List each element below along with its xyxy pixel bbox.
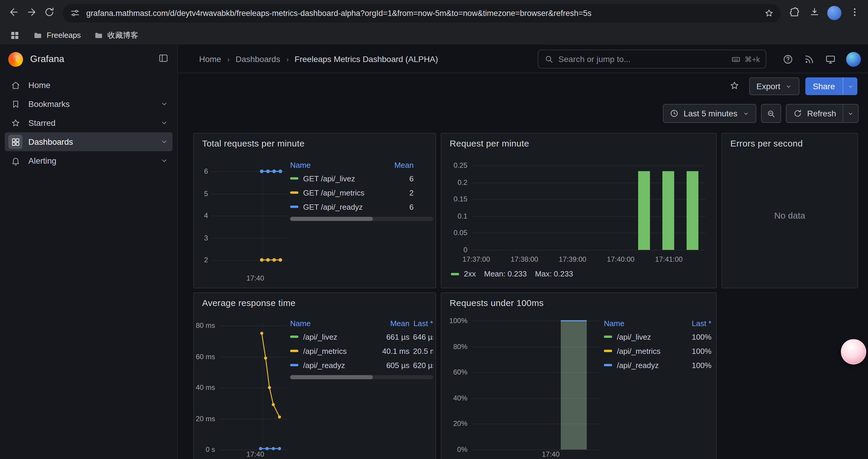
legend-row[interactable]: GET /api/_readyz6 — [290, 200, 414, 214]
series-swatch — [604, 364, 612, 366]
legend-column-header[interactable]: Last * — [413, 319, 433, 328]
apps-icon — [8, 135, 23, 149]
chevron-down-icon[interactable] — [159, 118, 169, 128]
series-point — [278, 447, 281, 450]
folder-icon — [33, 30, 42, 40]
url-text: grafana.mathmast.com/d/deytv4rwavabkb/fr… — [86, 8, 761, 18]
legend: 2xx Mean: 0.233 Max: 0.233 — [451, 269, 573, 278]
sidebar-item-dashboards[interactable]: Dashboards — [5, 132, 173, 151]
bookmark-folder-blogs[interactable]: 收藏博客 — [94, 30, 138, 40]
time-range-picker[interactable]: Last 5 minutes — [663, 104, 756, 123]
legend-column-header[interactable]: Name — [604, 319, 677, 328]
star-icon — [8, 116, 23, 130]
news-rss-icon[interactable] — [804, 54, 815, 65]
series-name: GET /api/_readyz — [303, 202, 363, 211]
brand-title: Grafana — [30, 54, 64, 64]
scrollbar-thumb[interactable] — [290, 217, 373, 221]
legend-value: 40.1 ms — [375, 347, 409, 355]
sidebar-item-alerting[interactable]: Alerting — [5, 151, 173, 170]
series-point — [260, 332, 263, 335]
home-icon — [8, 78, 23, 92]
dock-menu-button[interactable] — [156, 52, 170, 66]
bookmark-folder-freeleaps[interactable]: Freeleaps — [33, 30, 81, 40]
help-icon[interactable] — [782, 54, 794, 65]
chevron-down-icon — [784, 83, 792, 90]
zoom-out-icon — [766, 109, 776, 118]
legend-row[interactable]: /api/_metrics100% — [604, 344, 711, 358]
legend-row[interactable]: /api/_metrics40.1 ms20.5 ms — [290, 344, 433, 358]
bookmarks-bar: Freeleaps 收藏博客 — [0, 26, 868, 45]
reload-button[interactable] — [40, 4, 58, 22]
legend-column-header[interactable]: Name — [290, 319, 372, 328]
series-swatch — [604, 335, 612, 338]
series-point — [272, 447, 275, 450]
legend-value: 6 — [388, 202, 414, 211]
breadcrumb-item[interactable]: Home — [199, 54, 221, 64]
legend-row[interactable]: /api/_livez100% — [604, 330, 711, 344]
series-point — [272, 403, 275, 406]
no-data-message: No data — [722, 210, 857, 220]
refresh-button[interactable]: Refresh — [786, 104, 859, 123]
legend-column-header[interactable]: Last * — [681, 319, 711, 328]
series-point — [279, 258, 282, 262]
bookmark-star-icon[interactable] — [761, 5, 777, 21]
legend-scrollbar[interactable] — [290, 217, 433, 221]
breadcrumb-separator: › — [286, 55, 289, 64]
series-point — [279, 169, 282, 173]
search-input[interactable]: Search or jump to... ⌘+k — [538, 50, 766, 68]
sidebar-item-starred[interactable]: Starred — [5, 113, 173, 132]
forward-button[interactable] — [23, 4, 40, 22]
kebab-menu-icon — [849, 6, 860, 20]
share-button[interactable]: Share — [805, 77, 857, 95]
extensions-button[interactable] — [785, 4, 803, 22]
monitor-icon[interactable] — [825, 54, 836, 65]
favorite-star-button[interactable] — [725, 77, 743, 95]
reload-icon — [43, 6, 55, 20]
legend-mean: Mean: 0.233 — [484, 269, 527, 278]
screen: grafana.mathmast.com/d/deytv4rwavabkb/fr… — [0, 0, 868, 459]
sidebar-item-bookmarks[interactable]: Bookmarks — [5, 95, 173, 113]
site-info-icon[interactable] — [70, 8, 80, 18]
legend-row[interactable]: /api/_readyz100% — [604, 358, 711, 372]
browser-menu-button[interactable] — [845, 4, 863, 22]
legend-column-header[interactable]: Mean — [375, 319, 409, 328]
browser-actions — [785, 4, 863, 22]
scrollbar-thumb[interactable] — [290, 375, 373, 379]
user-avatar[interactable] — [846, 52, 861, 66]
sidebar: Grafana HomeBookmarksStarredDashboardsAl… — [0, 45, 178, 459]
downloads-button[interactable] — [805, 4, 823, 22]
refresh-interval-dropdown[interactable] — [843, 104, 858, 122]
legend-column-header[interactable]: Name — [290, 160, 384, 169]
back-button[interactable] — [5, 4, 23, 22]
dashboard-actions: Export Share — [725, 73, 857, 99]
series-point — [268, 386, 271, 389]
browser-profile-avatar[interactable] — [827, 6, 841, 20]
chevron-down-icon[interactable] — [159, 137, 169, 146]
legend-row[interactable]: /api/_livez661 µs646 µs — [290, 330, 433, 344]
legend-scrollbar[interactable] — [290, 375, 433, 379]
series-point — [272, 258, 276, 262]
share-dropdown[interactable] — [843, 77, 857, 95]
breadcrumb-item[interactable]: Dashboards — [236, 54, 280, 64]
sidebar-item-home[interactable]: Home — [5, 76, 173, 95]
legend-value: 100% — [681, 361, 711, 369]
grafana-logo[interactable] — [8, 52, 23, 66]
legend-column-header[interactable]: Mean — [388, 160, 414, 169]
chevron-down-icon[interactable] — [159, 156, 169, 165]
legend-row[interactable]: GET /api/_metrics2 — [290, 186, 414, 200]
legend-table: NameLast */api/_livez100%/api/_metrics10… — [604, 317, 711, 372]
bookmark-folder-label: Freeleaps — [47, 31, 81, 40]
legend-row[interactable]: GET /api/_livez6 — [290, 171, 414, 186]
assistant-avatar[interactable] — [841, 339, 866, 364]
series-point — [272, 169, 276, 173]
export-button[interactable]: Export — [749, 77, 799, 95]
panel-title[interactable]: Errors per second — [730, 138, 803, 148]
apps-grid-icon[interactable] — [9, 30, 20, 40]
panel-average-response-time: Average response time 80 ms60 ms40 ms20 … — [193, 292, 436, 459]
url-bar[interactable]: grafana.mathmast.com/d/deytv4rwavabkb/fr… — [63, 4, 780, 22]
zoom-out-button[interactable] — [761, 104, 781, 123]
legend-series[interactable]: 2xx — [451, 269, 476, 278]
legend-row[interactable]: /api/_readyz605 µs620 µs — [290, 358, 433, 372]
chevron-down-icon — [742, 109, 750, 117]
chevron-down-icon[interactable] — [159, 99, 169, 109]
